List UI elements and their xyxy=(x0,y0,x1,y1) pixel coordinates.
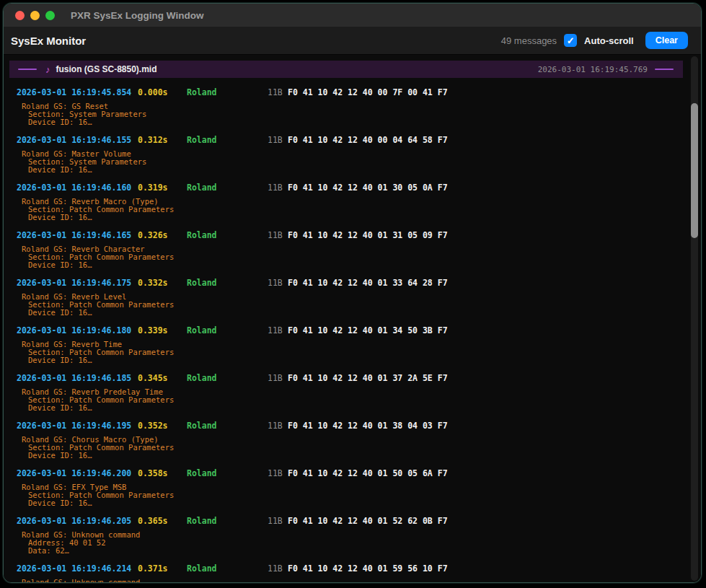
window-title: PXR SysEx Logging Window xyxy=(71,10,203,21)
entry-details: Roland GS: Unknown command xyxy=(17,579,701,582)
log-entry[interactable]: 2026-03-01 16:19:46.160 0.319s Roland 11… xyxy=(4,180,701,228)
message-count: 49 messages xyxy=(501,35,557,46)
entry-header-row: 2026-03-01 16:19:46.205 0.365s Roland 11… xyxy=(17,516,701,527)
log-entry[interactable]: 2026-03-01 16:19:46.185 0.345s Roland 11… xyxy=(4,371,701,418)
music-note-icon: ♪ xyxy=(45,64,50,75)
check-icon: ✓ xyxy=(567,35,575,46)
log-entry[interactable]: 2026-03-01 16:19:46.165 0.326s Roland 11… xyxy=(4,228,701,276)
entry-manufacturer: Roland xyxy=(187,421,268,431)
entry-delta-time: 0.312s xyxy=(138,135,187,146)
entry-delta-time: 0.345s xyxy=(138,373,187,384)
detail-line: Device ID: 16… xyxy=(17,214,701,221)
log-entry[interactable]: 2026-03-01 16:19:46.180 0.339s Roland 11… xyxy=(4,323,701,371)
entry-timestamp: 2026-03-01 16:19:46.214 xyxy=(17,563,138,574)
entry-details: Roland GS: Reverb TimeSection: Patch Com… xyxy=(17,341,701,364)
entry-details: Roland GS: Reverb CharacterSection: Patc… xyxy=(17,245,701,269)
entry-header-row: 2026-03-01 16:19:46.155 0.312s Roland 11… xyxy=(17,135,701,146)
auto-scroll-checkbox[interactable]: ✓ xyxy=(564,34,577,47)
detail-line: Section: Patch Common Parameters xyxy=(17,444,701,452)
entry-byte-length: 11B xyxy=(268,87,288,98)
entry-header-row: 2026-03-01 16:19:46.175 0.332s Roland 11… xyxy=(17,278,701,289)
entry-manufacturer: Roland xyxy=(187,563,268,574)
log-entry[interactable]: 2026-03-01 16:19:46.195 0.352s Roland 11… xyxy=(4,418,701,466)
entry-manufacturer: Roland xyxy=(187,373,268,384)
log-entry[interactable]: 2026-03-01 16:19:45.854 0.000s Roland 11… xyxy=(4,85,701,133)
entry-details: Roland GS: Chorus Macro (Type)Section: P… xyxy=(17,436,701,460)
entry-timestamp: 2026-03-01 16:19:46.160 xyxy=(17,183,138,193)
entry-hex-bytes: F0 41 10 42 12 40 01 59 56 10 F7 xyxy=(288,563,448,574)
entry-details: Roland GS: GS ResetSection: System Param… xyxy=(17,102,701,126)
entry-manufacturer: Roland xyxy=(187,468,268,479)
entry-byte-length: 11B xyxy=(268,325,288,336)
zoom-button-icon[interactable] xyxy=(45,11,55,20)
entry-delta-time: 0.365s xyxy=(138,516,187,527)
entry-byte-length: 11B xyxy=(268,183,288,193)
entry-delta-time: 0.371s xyxy=(138,563,187,574)
entry-details: Roland GS: Master VolumeSection: System … xyxy=(17,150,701,174)
entry-hex-bytes: F0 41 10 42 12 40 01 31 05 09 F7 xyxy=(288,230,448,241)
entry-timestamp: 2026-03-01 16:19:46.180 xyxy=(17,325,138,336)
entry-byte-length: 11B xyxy=(268,516,288,527)
log-entry[interactable]: 2026-03-01 16:19:46.214 0.371s Roland 11… xyxy=(4,561,701,582)
detail-line: Roland GS: Unknown command xyxy=(17,531,701,539)
entry-manufacturer: Roland xyxy=(187,183,268,193)
entry-hex-bytes: F0 41 10 42 12 40 00 04 64 58 F7 xyxy=(288,135,448,146)
title-bar: PXR SysEx Logging Window xyxy=(4,4,701,27)
entry-timestamp: 2026-03-01 16:19:46.185 xyxy=(17,373,138,384)
entry-header-row: 2026-03-01 16:19:46.160 0.319s Roland 11… xyxy=(17,183,701,193)
entry-manufacturer: Roland xyxy=(187,87,268,98)
entry-timestamp: 2026-03-01 16:19:46.155 xyxy=(17,135,138,146)
detail-line: Device ID: 16… xyxy=(17,166,701,174)
auto-scroll-label[interactable]: Auto-scroll xyxy=(584,35,634,46)
entry-manufacturer: Roland xyxy=(187,230,268,241)
close-button-icon[interactable] xyxy=(15,11,25,20)
entry-hex-bytes: F0 41 10 42 12 40 01 34 50 3B F7 xyxy=(288,325,448,336)
detail-line: Section: Patch Common Parameters xyxy=(17,396,701,404)
entry-byte-length: 11B xyxy=(268,563,288,574)
entry-timestamp: 2026-03-01 16:19:46.175 xyxy=(17,278,138,289)
detail-line: Device ID: 16… xyxy=(17,499,701,507)
entry-details: Roland GS: Reverb LevelSection: Patch Co… xyxy=(17,293,701,317)
entry-timestamp: 2026-03-01 16:19:45.854 xyxy=(17,87,138,98)
detail-line: Device ID: 16… xyxy=(17,118,701,126)
detail-line: Section: Patch Common Parameters xyxy=(17,206,701,214)
entry-manufacturer: Roland xyxy=(187,516,268,527)
detail-line: Device ID: 16… xyxy=(17,452,701,460)
log-entry[interactable]: 2026-03-01 16:19:46.155 0.312s Roland 11… xyxy=(4,133,701,180)
entry-timestamp: 2026-03-01 16:19:46.200 xyxy=(17,468,138,479)
entry-header-row: 2026-03-01 16:19:46.185 0.345s Roland 11… xyxy=(17,373,701,384)
entry-hex-bytes: F0 41 10 42 12 40 01 30 05 0A F7 xyxy=(288,183,448,193)
scrollbar-track[interactable] xyxy=(691,56,698,581)
entry-byte-length: 11B xyxy=(268,278,288,289)
entry-details: Roland GS: Unknown commandAddress: 40 01… xyxy=(17,531,701,555)
detail-line: Section: System Parameters xyxy=(17,158,701,166)
entry-details: Roland GS: Reverb Macro (Type)Section: P… xyxy=(17,198,701,221)
entry-delta-time: 0.358s xyxy=(138,468,187,479)
log-entry[interactable]: 2026-03-01 16:19:46.205 0.365s Roland 11… xyxy=(4,514,701,561)
log-entry[interactable]: 2026-03-01 16:19:46.175 0.332s Roland 11… xyxy=(4,276,701,323)
entry-header-row: 2026-03-01 16:19:46.200 0.358s Roland 11… xyxy=(17,468,701,479)
entry-header-row: 2026-03-01 16:19:45.854 0.000s Roland 11… xyxy=(17,87,701,98)
detail-line: Device ID: 16… xyxy=(17,404,701,412)
banner-divider-right xyxy=(655,69,674,70)
detail-line: Data: 62… xyxy=(17,547,701,555)
entry-byte-length: 11B xyxy=(268,468,288,479)
entry-timestamp: 2026-03-01 16:19:46.195 xyxy=(17,421,138,431)
entry-timestamp: 2026-03-01 16:19:46.205 xyxy=(17,516,138,527)
scrollbar-thumb[interactable] xyxy=(691,103,698,238)
detail-line: Section: Patch Common Parameters xyxy=(17,301,701,309)
page-title: SysEx Monitor xyxy=(11,35,86,47)
monitor-toolbar: SysEx Monitor 49 messages ✓ Auto-scroll … xyxy=(4,27,701,55)
entry-byte-length: 11B xyxy=(268,135,288,146)
log-entry[interactable]: 2026-03-01 16:19:46.200 0.358s Roland 11… xyxy=(4,466,701,514)
log-content-area: ♪ fusion (GS SC-8850).mid 2026-03-01 16:… xyxy=(4,55,701,582)
minimize-button-icon[interactable] xyxy=(30,11,40,20)
file-banner: ♪ fusion (GS SC-8850).mid 2026-03-01 16:… xyxy=(9,61,683,78)
entry-details: Roland GS: EFX Type MSBSection: Patch Co… xyxy=(17,483,701,507)
clear-button[interactable]: Clear xyxy=(645,32,688,49)
entry-header-row: 2026-03-01 16:19:46.180 0.339s Roland 11… xyxy=(17,325,701,336)
entry-hex-bytes: F0 41 10 42 12 40 01 33 64 28 F7 xyxy=(288,278,448,289)
entry-delta-time: 0.332s xyxy=(138,278,187,289)
entry-delta-time: 0.339s xyxy=(138,325,187,336)
detail-line: Device ID: 16… xyxy=(17,356,701,364)
